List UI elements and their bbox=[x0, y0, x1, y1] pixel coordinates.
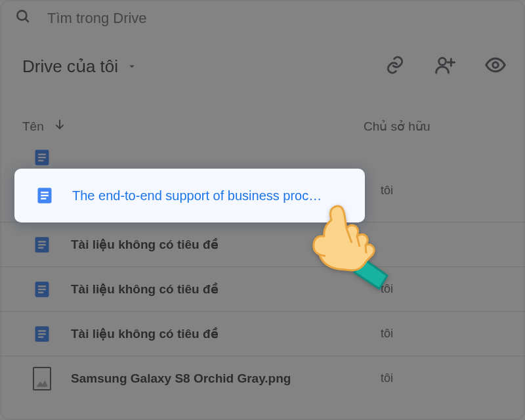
svg-point-2 bbox=[439, 58, 446, 65]
file-name: Tài liệu không có tiêu đề bbox=[71, 282, 219, 297]
list-item[interactable]: Samsung Galaxy S8 Orchid Gray.png tôi bbox=[0, 356, 525, 400]
file-owner: tôi bbox=[381, 327, 393, 341]
column-headers: Tên Chủ sở hữu bbox=[22, 118, 507, 135]
file-name: Samsung Galaxy S8 Orchid Gray.png bbox=[71, 371, 291, 386]
file-name: Tài liệu không có tiêu đề bbox=[71, 326, 219, 341]
location-breadcrumb[interactable]: Drive của tôi bbox=[22, 56, 138, 77]
toolbar-actions bbox=[385, 54, 507, 79]
image-file-icon bbox=[33, 367, 51, 390]
eye-icon[interactable] bbox=[484, 54, 507, 79]
column-name-label: Tên bbox=[22, 119, 44, 134]
svg-rect-13 bbox=[38, 243, 46, 245]
person-add-icon[interactable] bbox=[434, 54, 455, 78]
svg-rect-9 bbox=[38, 157, 46, 158]
file-owner: tôi bbox=[381, 371, 393, 385]
svg-rect-12 bbox=[38, 241, 46, 242]
toolbar: Drive của tôi bbox=[22, 54, 507, 79]
column-owner[interactable]: Chủ sở hữu bbox=[364, 119, 507, 134]
svg-rect-25 bbox=[41, 195, 49, 196]
list-item[interactable]: Tài liệu không có tiêu đề bbox=[0, 222, 525, 266]
search-icon bbox=[14, 8, 32, 29]
highlighted-file-name: The end-to-end support of business proc… bbox=[72, 188, 322, 203]
google-doc-icon bbox=[35, 186, 54, 205]
svg-rect-16 bbox=[38, 285, 46, 287]
pointing-hand-icon bbox=[295, 197, 394, 298]
link-icon[interactable] bbox=[385, 54, 406, 78]
svg-point-5 bbox=[493, 62, 499, 68]
svg-line-1 bbox=[25, 18, 28, 22]
column-owner-label: Chủ sở hữu bbox=[364, 119, 430, 133]
svg-rect-8 bbox=[38, 154, 46, 155]
location-label: Drive của tôi bbox=[22, 56, 118, 77]
file-owner: tôi bbox=[381, 184, 393, 198]
arrow-down-icon bbox=[53, 118, 66, 135]
google-doc-icon bbox=[33, 325, 51, 343]
svg-rect-17 bbox=[38, 288, 46, 289]
google-doc-icon bbox=[33, 236, 51, 254]
svg-rect-24 bbox=[41, 192, 49, 193]
list-item[interactable]: Tài liệu không có tiêu đề tôi bbox=[0, 311, 525, 356]
svg-rect-22 bbox=[38, 336, 43, 337]
svg-rect-18 bbox=[38, 291, 43, 293]
svg-rect-21 bbox=[38, 333, 46, 334]
column-name[interactable]: Tên bbox=[22, 118, 364, 135]
svg-point-0 bbox=[17, 10, 26, 20]
list-item[interactable]: Tài liệu không có tiêu đề tôi bbox=[0, 266, 525, 311]
chevron-down-icon bbox=[126, 56, 138, 77]
search-input[interactable] bbox=[47, 10, 310, 27]
svg-rect-14 bbox=[38, 247, 43, 248]
search-bar[interactable] bbox=[14, 0, 525, 37]
google-doc-icon bbox=[33, 280, 51, 299]
svg-rect-20 bbox=[38, 330, 46, 331]
file-name: Tài liệu không có tiêu đề bbox=[71, 237, 219, 252]
svg-rect-26 bbox=[41, 198, 46, 200]
